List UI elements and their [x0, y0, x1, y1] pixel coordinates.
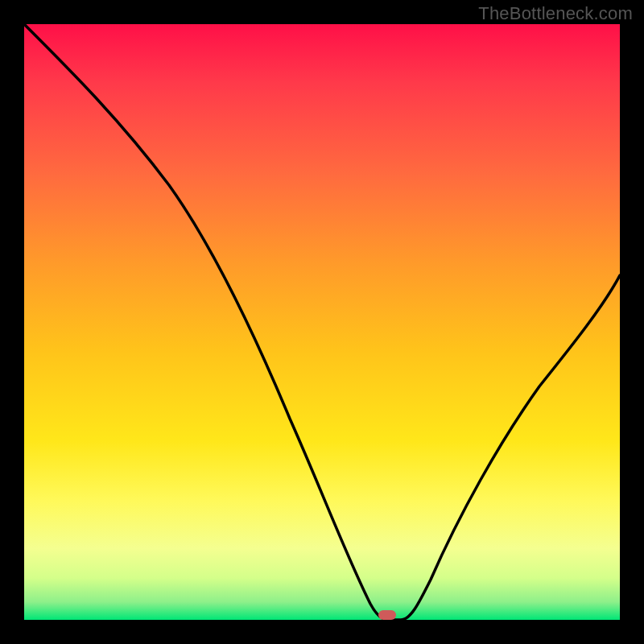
plot-area: [24, 24, 620, 620]
watermark-text: TheBottleneck.com: [478, 3, 633, 24]
optimum-marker: [378, 610, 396, 620]
chart-frame: TheBottleneck.com: [0, 0, 644, 644]
curve-path: [24, 24, 620, 620]
bottleneck-curve: [24, 24, 620, 620]
